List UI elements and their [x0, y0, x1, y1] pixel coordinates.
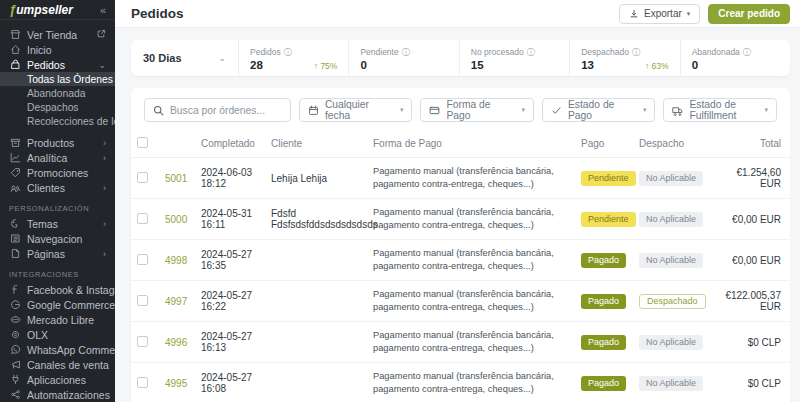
payment-method-filter[interactable]: Forma de Pago ▾ — [420, 98, 534, 122]
payment-status-filter[interactable]: Estado de Pago ▾ — [542, 98, 656, 122]
row-checkbox[interactable] — [137, 172, 148, 183]
fulfillment-filter[interactable]: Estado de Fulfillment ▾ — [663, 98, 777, 122]
sidebar-item-pedidos[interactable]: Pedidos ⌄ — [0, 57, 115, 72]
sidebar-subitem-todas-las-ordenes[interactable]: Todas las Órdenes — [0, 72, 115, 86]
info-icon[interactable]: ⓘ — [527, 47, 535, 58]
payment-status-filter-label: Estado de Pago — [568, 99, 637, 121]
info-icon[interactable]: ⓘ — [743, 47, 751, 58]
stats-card: 30 Dias ⌄ Pedidosⓘ 28↑ 75% Pendienteⓘ 0 … — [131, 40, 790, 76]
sidebar-item-navegacion[interactable]: Navegacion — [0, 231, 115, 246]
sidebar-item-inicio[interactable]: Inicio — [0, 42, 115, 57]
row-checkbox[interactable] — [137, 336, 148, 347]
period-select[interactable]: 30 Dias ⌄ — [131, 40, 239, 76]
caret-down-icon: ▾ — [764, 106, 768, 114]
order-link[interactable]: 5000 — [165, 214, 187, 225]
stat-label: Pendiente — [360, 47, 398, 57]
select-all-checkbox[interactable] — [137, 137, 148, 148]
chevron-right-icon: › — [103, 249, 106, 259]
topbar: Pedidos Exportar ▾ Crear pedido — [115, 0, 800, 28]
order-completed: 2024-05-27 16:08 — [195, 363, 265, 402]
date-filter[interactable]: Cualquier fecha ▾ — [299, 98, 413, 122]
stat-label: Despachado — [581, 47, 629, 57]
sidebar-item-whatsapp-commerce[interactable]: WhatsApp Commerce — [0, 342, 115, 357]
info-icon[interactable]: ⓘ — [402, 47, 410, 58]
facebook-icon — [9, 284, 21, 295]
row-actions-icon[interactable]: ⋯ — [787, 363, 790, 402]
sidebar-item-automatizaciones[interactable]: Automatizaciones — [0, 387, 115, 402]
stat-value: 13 — [581, 59, 594, 71]
sidebar-item-label: Productos — [27, 137, 74, 149]
info-icon[interactable]: ⓘ — [284, 47, 292, 58]
row-checkbox[interactable] — [137, 254, 148, 265]
collapse-sidebar-icon[interactable]: « — [100, 4, 106, 16]
sidebar-nav: Ver Tienda Inicio Pedidos ⌄ Todas las Ór… — [0, 20, 115, 402]
row-checkbox[interactable] — [137, 377, 148, 388]
chevron-down-icon: ⌄ — [98, 60, 106, 70]
olx-icon — [9, 329, 21, 340]
sidebar-item-productos[interactable]: Productos › — [0, 135, 115, 150]
stat-value: 15 — [471, 59, 484, 71]
row-checkbox[interactable] — [137, 295, 148, 306]
order-payment-method: Pagamento manual (transferência bancária… — [367, 199, 575, 240]
sidebar-item-facebook-instagram[interactable]: Facebook & Instagram — [0, 282, 115, 297]
order-client — [265, 240, 367, 281]
sidebar-item-promociones[interactable]: Promociones — [0, 165, 115, 180]
search-input[interactable] — [170, 105, 282, 116]
export-label: Exportar — [644, 8, 682, 19]
create-order-button[interactable]: Crear pedido — [708, 4, 790, 24]
sidebar-item-aplicaciones[interactable]: Aplicaciones — [0, 372, 115, 387]
order-link[interactable]: 5001 — [165, 173, 187, 184]
jumpseller-logo[interactable]: ƒumpseller — [9, 2, 73, 17]
stat-pendiente: Pendienteⓘ 0 — [349, 40, 459, 76]
order-search[interactable] — [144, 98, 291, 122]
row-actions-icon[interactable]: ⋯ — [787, 158, 790, 199]
section-label-personalizacion: PERSONALIZACIÓN — [0, 195, 115, 216]
order-client — [265, 322, 367, 363]
order-payment-method: Pagamento manual (transferência bancária… — [367, 322, 575, 363]
home-icon — [9, 44, 21, 55]
sidebar-item-paginas[interactable]: Páginas › — [0, 246, 115, 261]
navigation-icon — [9, 233, 21, 244]
fulfillment-status-badge: Despachado — [639, 294, 706, 309]
export-button[interactable]: Exportar ▾ — [619, 4, 700, 24]
stat-delta: ↑ 63% — [645, 61, 669, 71]
stat-abandonada: Abandonadaⓘ 0 — [681, 40, 790, 76]
row-checkbox[interactable] — [137, 213, 148, 224]
order-completed: 2024-05-31 16:11 — [195, 199, 265, 240]
table-row: 4995 2024-05-27 16:08 Pagamento manual (… — [131, 363, 790, 402]
sidebar-item-label: Canales de venta — [27, 359, 109, 371]
sidebar-item-canales-de-venta[interactable]: Canales de venta — [0, 357, 115, 372]
sidebar-subitem-recolecciones[interactable]: Recolecciones de los despachos — [0, 114, 115, 128]
sidebar-item-google-commerce[interactable]: Google Commerce — [0, 297, 115, 312]
order-link[interactable]: 4998 — [165, 255, 187, 266]
sidebar-item-label: OLX — [27, 329, 48, 341]
row-actions-icon[interactable]: ⋯ — [787, 322, 790, 363]
row-actions-icon[interactable]: ⋯ — [787, 240, 790, 281]
fulfillment-status-badge: No Aplicable — [639, 171, 703, 186]
sidebar-item-olx[interactable]: OLX — [0, 327, 115, 342]
fulfillment-status-badge: No Aplicable — [639, 335, 703, 350]
table-row: 5000 2024-05-31 16:11 Fdsfd Fdsfsdsfddsd… — [131, 199, 790, 240]
payment-status-badge: Pagado — [581, 376, 626, 391]
row-actions-icon[interactable]: ⋯ — [787, 199, 790, 240]
order-link[interactable]: 4996 — [165, 337, 187, 348]
info-icon[interactable]: ⓘ — [632, 47, 640, 58]
sidebar-subitem-abandonada[interactable]: Abandonada — [0, 86, 115, 100]
sidebar-item-mercado-libre[interactable]: Mercado Libre — [0, 312, 115, 327]
sidebar-item-label: Mercado Libre — [27, 314, 94, 326]
sidebar-item-analitica[interactable]: Analítica › — [0, 150, 115, 165]
sidebar-subitem-despachos[interactable]: Despachos — [0, 100, 115, 114]
stat-value: 0 — [692, 59, 698, 71]
whatsapp-icon — [9, 344, 21, 355]
sidebar-item-ver-tienda[interactable]: Ver Tienda — [0, 27, 115, 42]
sidebar-item-temas[interactable]: Temas › — [0, 216, 115, 231]
order-link[interactable]: 4995 — [165, 378, 187, 389]
stat-value: 0 — [360, 59, 366, 71]
sidebar-item-clientes[interactable]: Clientes › — [0, 180, 115, 195]
payment-method-filter-label: Forma de Pago — [446, 99, 515, 121]
order-link[interactable]: 4997 — [165, 296, 187, 307]
sidebar-item-label: Pedidos — [27, 59, 65, 71]
order-total: €1.254,60 EUR — [713, 158, 787, 199]
date-filter-label: Cualquier fecha — [325, 99, 394, 121]
row-actions-icon[interactable]: ⋯ — [787, 281, 790, 322]
